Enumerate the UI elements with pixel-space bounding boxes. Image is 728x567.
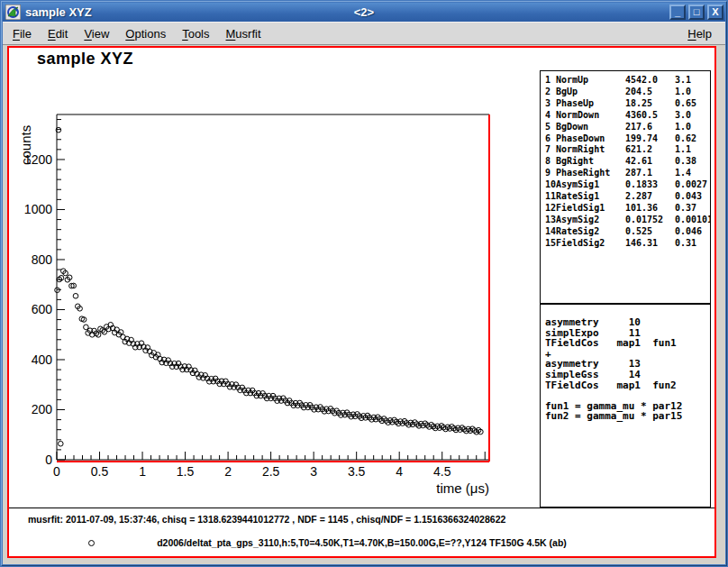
- parameter-row: 9PhaseRight287.11.4: [541, 168, 710, 179]
- menu-item-tools[interactable]: Tools: [174, 24, 217, 43]
- data-points: [55, 127, 484, 446]
- svg-text:200: 200: [32, 402, 53, 416]
- svg-text:1200: 1200: [24, 152, 52, 167]
- menu-item-view[interactable]: View: [76, 24, 117, 43]
- fit-info-text: musrfit: 2011-07-09, 15:37:46, chisq = 1…: [28, 514, 505, 525]
- parameter-row: 4NormDown4360.53.0: [541, 110, 710, 122]
- svg-text:3: 3: [310, 464, 317, 479]
- svg-text:0: 0: [45, 453, 52, 467]
- svg-text:0: 0: [53, 464, 60, 479]
- parameter-row: 6PhaseDown199.740.62: [541, 133, 710, 145]
- svg-text:4.5: 4.5: [433, 464, 451, 479]
- footer-divider: [9, 508, 714, 508]
- parameter-row: 1NormUp4542.03.1: [541, 75, 710, 87]
- menubar: FileEditViewOptionsToolsMusrfitHelp: [3, 22, 725, 45]
- parameter-row: 11RateSig12.2870.043: [541, 191, 710, 203]
- svg-text:1.5: 1.5: [177, 464, 195, 479]
- application-window: sample XYZ <2> _ □ X FileEditViewOptions…: [0, 0, 728, 567]
- svg-text:2.5: 2.5: [262, 464, 280, 479]
- svg-text:400: 400: [32, 352, 53, 367]
- svg-text:800: 800: [32, 252, 53, 267]
- menu-item-musrfit[interactable]: Musrfit: [218, 24, 269, 43]
- menu-item-help[interactable]: Help: [679, 24, 720, 43]
- maximize-button[interactable]: □: [688, 5, 705, 20]
- parameter-row: 3PhaseUp18.250.65: [541, 98, 710, 110]
- parameter-row: 12FieldSig1101.360.37: [541, 203, 710, 215]
- svg-text:3.5: 3.5: [348, 464, 366, 479]
- window-title: sample XYZ: [25, 5, 92, 19]
- pad-indicator: <2>: [3, 5, 725, 19]
- root-app-icon: [5, 5, 21, 20]
- theory-line: [545, 390, 710, 401]
- parameter-row: 15FieldSig2146.310.31: [541, 238, 710, 250]
- plot-pad[interactable]: counts time (μs) 02004006008001000120000…: [9, 48, 514, 504]
- parameter-row: 10AsymSig10.18330.0027: [541, 179, 710, 191]
- theory-line: asymmetry 10: [545, 317, 710, 328]
- menu-item-options[interactable]: Options: [117, 24, 174, 43]
- theory-box[interactable]: asymmetry 10simplExpo 11TFieldCos map1 f…: [540, 304, 711, 508]
- menu-item-file[interactable]: File: [5, 24, 40, 43]
- x-axis-title: time (μs): [436, 480, 489, 496]
- root-canvas[interactable]: sample XYZ counts time (μs) 020040060080…: [7, 46, 716, 558]
- close-button[interactable]: X: [707, 5, 723, 20]
- titlebar[interactable]: sample XYZ <2> _ □ X: [3, 3, 725, 22]
- theory-line: TFieldCos map1 fun2: [545, 380, 710, 391]
- canvas-client-area: sample XYZ counts time (μs) 020040060080…: [3, 45, 725, 564]
- parameter-row: 2BgUp204.51.0: [541, 87, 710, 98]
- fit-parameters-box[interactable]: 1NormUp4542.03.12BgUp204.51.03PhaseUp18.…: [540, 70, 711, 304]
- legend[interactable]: d2006/deltat_pta_gps_3110,h:5,T0=4.50K,T…: [9, 537, 714, 552]
- parameter-row: 13AsymSig20.017520.00101: [541, 215, 710, 226]
- minimize-button[interactable]: _: [669, 5, 686, 20]
- svg-text:600: 600: [32, 302, 53, 316]
- parameter-row: 5BgDown217.61.0: [541, 122, 710, 133]
- legend-run-title: d2006/deltat_pta_gps_3110,h:5,T0=4.50K,T…: [9, 537, 714, 548]
- parameter-row: 7NormRight621.21.1: [541, 144, 710, 156]
- svg-text:1: 1: [139, 464, 146, 479]
- window-buttons: _ □ X: [669, 5, 725, 20]
- theory-line: fun2 = gamma_mu * par15: [545, 411, 710, 422]
- svg-text:4: 4: [396, 464, 403, 479]
- parameter-row: 14RateSig20.5250.046: [541, 226, 710, 238]
- svg-text:1000: 1000: [24, 202, 52, 216]
- svg-text:2: 2: [224, 464, 232, 479]
- theory-line: simpleGss 14: [545, 370, 710, 380]
- svg-text:0.5: 0.5: [91, 464, 109, 479]
- parameter-row: 8BgRight42.610.38: [541, 156, 710, 168]
- menu-item-edit[interactable]: Edit: [40, 24, 76, 43]
- theory-line: TFieldCos map1 fun1: [545, 338, 710, 349]
